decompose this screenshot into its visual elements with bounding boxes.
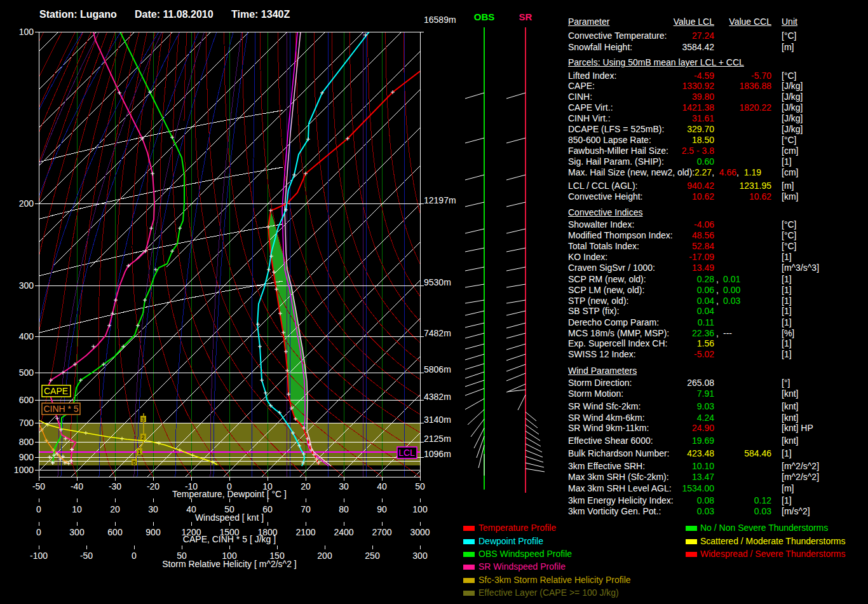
svg-text:2400: 2400: [334, 527, 353, 537]
svg-text:200: 200: [317, 551, 332, 561]
svg-text:Storm Relative Helicity [ m^2: Storm Relative Helicity [ m^2/s^2 ]: [162, 559, 297, 569]
svg-text:300: 300: [69, 527, 85, 537]
svg-text:250: 250: [365, 551, 380, 561]
svg-text:3000: 3000: [410, 527, 430, 537]
svg-text:-100: -100: [30, 551, 48, 561]
svg-text:900: 900: [146, 527, 161, 537]
svg-text:2700: 2700: [372, 527, 391, 537]
svg-text:-50: -50: [80, 551, 93, 561]
svg-text:CAPE, CINH * 5 [ J/kg ]: CAPE, CINH * 5 [ J/kg ]: [183, 534, 276, 544]
svg-text:300: 300: [412, 551, 428, 561]
svg-text:2100: 2100: [295, 527, 315, 537]
svg-text:600: 600: [107, 527, 123, 537]
svg-text:0: 0: [132, 551, 137, 561]
svg-text:0: 0: [36, 527, 41, 537]
